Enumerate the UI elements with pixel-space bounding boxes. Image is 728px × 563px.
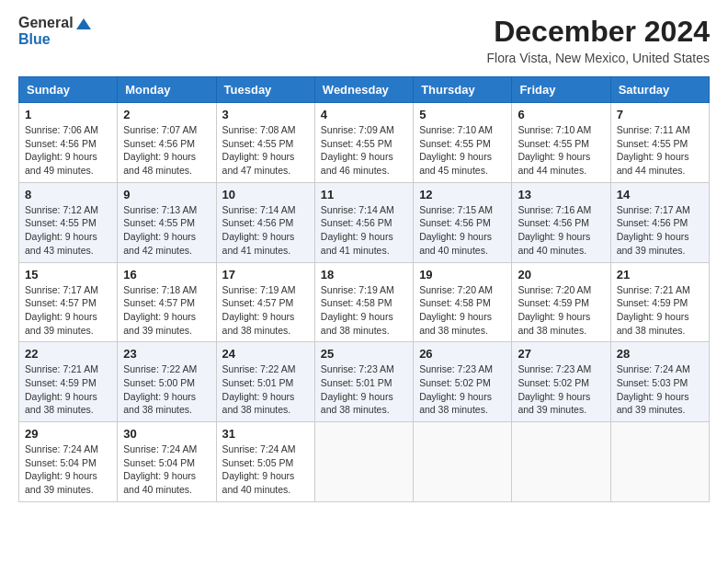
calendar-header-row: SundayMondayTuesdayWednesdayThursdayFrid…: [19, 77, 710, 103]
day-info: Sunrise: 7:19 AM Sunset: 4:58 PM Dayligh…: [321, 283, 407, 338]
calendar-day-cell: 12Sunrise: 7:15 AM Sunset: 4:56 PM Dayli…: [414, 182, 512, 262]
day-info: Sunrise: 7:23 AM Sunset: 5:02 PM Dayligh…: [419, 362, 506, 417]
calendar-day-cell: 11Sunrise: 7:14 AM Sunset: 4:56 PM Dayli…: [314, 182, 413, 262]
weekday-header-saturday: Saturday: [610, 77, 709, 103]
day-number: 21: [617, 268, 703, 282]
day-info: Sunrise: 7:23 AM Sunset: 5:01 PM Dayligh…: [321, 362, 407, 417]
day-number: 17: [222, 268, 309, 282]
calendar-table: SundayMondayTuesdayWednesdayThursdayFrid…: [18, 76, 710, 502]
day-number: 30: [123, 427, 210, 441]
day-number: 31: [222, 427, 309, 441]
calendar-week-row: 8Sunrise: 7:12 AM Sunset: 4:55 PM Daylig…: [19, 182, 710, 262]
day-number: 23: [123, 347, 210, 361]
day-number: 5: [419, 108, 506, 121]
logo-line2: Blue: [18, 31, 91, 48]
day-info: Sunrise: 7:24 AM Sunset: 5:03 PM Dayligh…: [617, 362, 703, 417]
day-number: 11: [321, 188, 407, 201]
calendar-day-cell: 30Sunrise: 7:24 AM Sunset: 5:04 PM Dayli…: [118, 422, 216, 502]
day-number: 29: [25, 427, 111, 441]
day-info: Sunrise: 7:10 AM Sunset: 4:55 PM Dayligh…: [419, 123, 506, 178]
calendar-day-cell: 17Sunrise: 7:19 AM Sunset: 4:57 PM Dayli…: [216, 262, 314, 342]
calendar-week-row: 22Sunrise: 7:21 AM Sunset: 4:59 PM Dayli…: [19, 342, 710, 422]
calendar-day-cell: 18Sunrise: 7:19 AM Sunset: 4:58 PM Dayli…: [314, 262, 413, 342]
day-info: Sunrise: 7:22 AM Sunset: 5:01 PM Dayligh…: [222, 362, 309, 417]
calendar-week-row: 29Sunrise: 7:24 AM Sunset: 5:04 PM Dayli…: [19, 422, 710, 502]
day-number: 18: [321, 268, 407, 282]
calendar-day-cell: 22Sunrise: 7:21 AM Sunset: 4:59 PM Dayli…: [19, 342, 118, 422]
day-info: Sunrise: 7:17 AM Sunset: 4:57 PM Dayligh…: [25, 283, 111, 338]
empty-cell: [414, 422, 512, 502]
day-info: Sunrise: 7:16 AM Sunset: 4:56 PM Dayligh…: [518, 203, 604, 258]
empty-cell: [512, 422, 610, 502]
day-number: 15: [25, 268, 111, 282]
day-number: 12: [419, 188, 506, 201]
calendar-day-cell: 23Sunrise: 7:22 AM Sunset: 5:00 PM Dayli…: [118, 342, 216, 422]
calendar-day-cell: 8Sunrise: 7:12 AM Sunset: 4:55 PM Daylig…: [19, 182, 118, 262]
day-number: 14: [617, 188, 703, 201]
calendar-day-cell: 7Sunrise: 7:11 AM Sunset: 4:55 PM Daylig…: [610, 103, 709, 183]
calendar-day-cell: 20Sunrise: 7:20 AM Sunset: 4:59 PM Dayli…: [512, 262, 610, 342]
calendar-day-cell: 1Sunrise: 7:06 AM Sunset: 4:56 PM Daylig…: [19, 103, 118, 183]
day-info: Sunrise: 7:19 AM Sunset: 4:57 PM Dayligh…: [222, 283, 309, 338]
calendar-day-cell: 26Sunrise: 7:23 AM Sunset: 5:02 PM Dayli…: [414, 342, 512, 422]
day-info: Sunrise: 7:13 AM Sunset: 4:55 PM Dayligh…: [123, 203, 210, 258]
day-number: 22: [25, 347, 111, 361]
calendar-day-cell: 19Sunrise: 7:20 AM Sunset: 4:58 PM Dayli…: [414, 262, 512, 342]
day-number: 13: [518, 188, 604, 201]
weekday-header-sunday: Sunday: [19, 77, 118, 103]
calendar-day-cell: 24Sunrise: 7:22 AM Sunset: 5:01 PM Dayli…: [216, 342, 314, 422]
location-text: Flora Vista, New Mexico, United States: [486, 51, 710, 65]
calendar-day-cell: 27Sunrise: 7:23 AM Sunset: 5:02 PM Dayli…: [512, 342, 610, 422]
calendar-day-cell: 21Sunrise: 7:21 AM Sunset: 4:59 PM Dayli…: [610, 262, 709, 342]
day-number: 26: [419, 347, 506, 361]
day-info: Sunrise: 7:21 AM Sunset: 4:59 PM Dayligh…: [617, 283, 703, 338]
page-header: General Blue December 2024 Flora Vista, …: [18, 15, 710, 65]
day-info: Sunrise: 7:12 AM Sunset: 4:55 PM Dayligh…: [25, 203, 111, 258]
day-number: 2: [123, 108, 210, 121]
day-number: 27: [518, 347, 604, 361]
calendar-day-cell: 6Sunrise: 7:10 AM Sunset: 4:55 PM Daylig…: [512, 103, 610, 183]
day-info: Sunrise: 7:24 AM Sunset: 5:05 PM Dayligh…: [222, 442, 309, 497]
calendar-day-cell: 16Sunrise: 7:18 AM Sunset: 4:57 PM Dayli…: [118, 262, 216, 342]
calendar-week-row: 15Sunrise: 7:17 AM Sunset: 4:57 PM Dayli…: [19, 262, 710, 342]
calendar-day-cell: 14Sunrise: 7:17 AM Sunset: 4:56 PM Dayli…: [610, 182, 709, 262]
day-info: Sunrise: 7:15 AM Sunset: 4:56 PM Dayligh…: [419, 203, 506, 258]
weekday-header-monday: Monday: [118, 77, 216, 103]
day-number: 19: [419, 268, 506, 282]
logo-line1: General: [18, 15, 91, 31]
day-number: 25: [321, 347, 407, 361]
day-info: Sunrise: 7:06 AM Sunset: 4:56 PM Dayligh…: [25, 123, 111, 178]
month-title: December 2024: [486, 15, 710, 49]
calendar-day-cell: 4Sunrise: 7:09 AM Sunset: 4:55 PM Daylig…: [314, 103, 413, 183]
calendar-day-cell: 25Sunrise: 7:23 AM Sunset: 5:01 PM Dayli…: [314, 342, 413, 422]
day-info: Sunrise: 7:09 AM Sunset: 4:55 PM Dayligh…: [321, 123, 407, 178]
day-info: Sunrise: 7:20 AM Sunset: 4:58 PM Dayligh…: [419, 283, 506, 338]
day-info: Sunrise: 7:14 AM Sunset: 4:56 PM Dayligh…: [222, 203, 309, 258]
day-info: Sunrise: 7:24 AM Sunset: 5:04 PM Dayligh…: [123, 442, 210, 497]
calendar-day-cell: 3Sunrise: 7:08 AM Sunset: 4:55 PM Daylig…: [216, 103, 314, 183]
day-number: 20: [518, 268, 604, 282]
calendar-day-cell: 28Sunrise: 7:24 AM Sunset: 5:03 PM Dayli…: [610, 342, 709, 422]
calendar-day-cell: 29Sunrise: 7:24 AM Sunset: 5:04 PM Dayli…: [19, 422, 118, 502]
weekday-header-tuesday: Tuesday: [216, 77, 314, 103]
day-number: 1: [25, 108, 111, 121]
day-number: 24: [222, 347, 309, 361]
calendar-day-cell: 13Sunrise: 7:16 AM Sunset: 4:56 PM Dayli…: [512, 182, 610, 262]
day-info: Sunrise: 7:07 AM Sunset: 4:56 PM Dayligh…: [123, 123, 210, 178]
day-number: 6: [518, 108, 604, 121]
day-info: Sunrise: 7:14 AM Sunset: 4:56 PM Dayligh…: [321, 203, 407, 258]
day-info: Sunrise: 7:21 AM Sunset: 4:59 PM Dayligh…: [25, 362, 111, 417]
day-info: Sunrise: 7:11 AM Sunset: 4:55 PM Dayligh…: [617, 123, 703, 178]
calendar-day-cell: 9Sunrise: 7:13 AM Sunset: 4:55 PM Daylig…: [118, 182, 216, 262]
day-number: 7: [617, 108, 703, 121]
calendar-week-row: 1Sunrise: 7:06 AM Sunset: 4:56 PM Daylig…: [19, 103, 710, 183]
day-number: 28: [617, 347, 703, 361]
day-info: Sunrise: 7:20 AM Sunset: 4:59 PM Dayligh…: [518, 283, 604, 338]
day-number: 9: [123, 188, 210, 201]
day-number: 16: [123, 268, 210, 282]
day-number: 4: [321, 108, 407, 121]
day-number: 10: [222, 188, 309, 201]
day-info: Sunrise: 7:08 AM Sunset: 4:55 PM Dayligh…: [222, 123, 309, 178]
calendar-day-cell: 15Sunrise: 7:17 AM Sunset: 4:57 PM Dayli…: [19, 262, 118, 342]
weekday-header-thursday: Thursday: [414, 77, 512, 103]
